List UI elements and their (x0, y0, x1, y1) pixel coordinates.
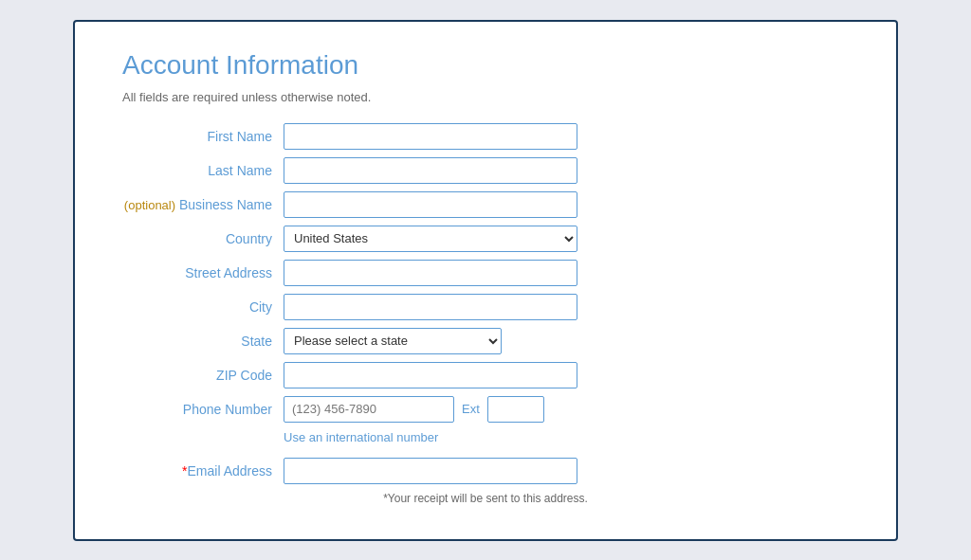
subtitle-text: All fields are required unless otherwise… (122, 90, 849, 104)
street-address-row: Street Address (122, 260, 849, 286)
email-label-text: Email Address (188, 463, 272, 479)
zip-label: ZIP Code (122, 368, 284, 383)
first-name-label: First Name (122, 129, 284, 144)
street-address-label: Street Address (122, 265, 284, 280)
state-label: State (122, 334, 284, 349)
email-row: *Email Address (122, 458, 849, 484)
phone-input[interactable] (284, 396, 454, 423)
city-input[interactable] (284, 294, 577, 320)
state-row: State Please select a state Alabama Alas… (122, 328, 849, 354)
page-container: Account Information All fields are requi… (0, 0, 971, 560)
first-name-input[interactable] (284, 123, 577, 150)
country-label: Country (122, 231, 284, 246)
receipt-note: *Your receipt will be sent to this addre… (122, 492, 849, 505)
email-label: *Email Address (122, 463, 284, 479)
phone-row: Phone Number Ext (122, 396, 849, 423)
business-name-row: (optional) Business Name (122, 191, 849, 218)
business-name-label: (optional) Business Name (122, 197, 284, 212)
country-row: Country United States Canada Other (122, 226, 849, 252)
state-select[interactable]: Please select a state Alabama Alaska Ari… (284, 328, 502, 354)
ext-input[interactable] (487, 396, 544, 423)
optional-label: (optional) (124, 198, 175, 212)
business-name-label-text: Business Name (179, 197, 272, 212)
intl-row: Use an international number (122, 430, 849, 450)
business-name-input[interactable] (284, 191, 577, 218)
zip-row: ZIP Code (122, 362, 849, 388)
last-name-input[interactable] (284, 157, 577, 184)
intl-number-link[interactable]: Use an international number (284, 430, 438, 444)
first-name-row: First Name (122, 123, 849, 150)
last-name-row: Last Name (122, 157, 849, 184)
phone-fields: Ext (284, 396, 544, 423)
city-row: City (122, 294, 849, 320)
phone-label: Phone Number (122, 402, 284, 417)
email-input[interactable] (284, 458, 577, 484)
country-select[interactable]: United States Canada Other (284, 226, 577, 252)
page-title: Account Information (122, 50, 849, 81)
account-info-card: Account Information All fields are requi… (73, 20, 898, 541)
zip-input[interactable] (284, 362, 577, 388)
ext-label: Ext (462, 402, 480, 416)
street-address-input[interactable] (284, 260, 577, 286)
last-name-label: Last Name (122, 163, 284, 178)
city-label: City (122, 299, 284, 315)
